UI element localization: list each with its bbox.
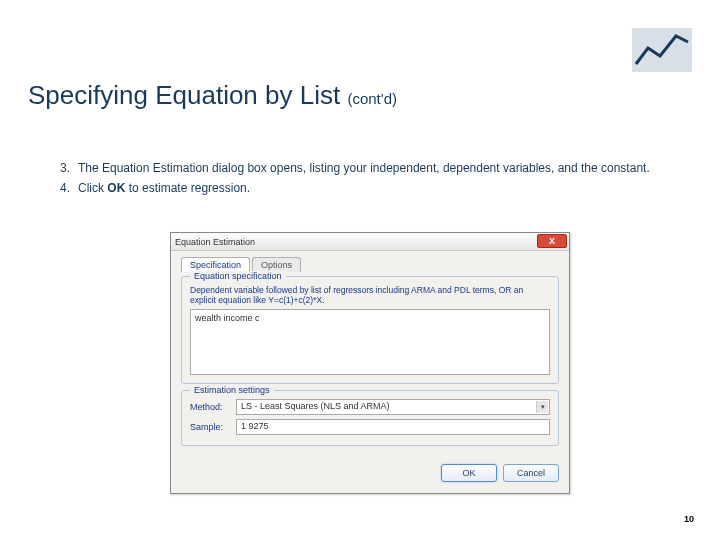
tab-specification[interactable]: Specification (181, 257, 250, 272)
estimation-settings-legend: Estimation settings (190, 385, 274, 395)
page-title: Specifying Equation by List (cont'd) (28, 80, 397, 111)
dialog-button-row: OK Cancel (171, 458, 569, 488)
equation-spec-hint: Dependent variable followed by list of r… (190, 285, 550, 305)
step-text: Click OK to estimate regression. (78, 181, 250, 195)
sample-value: 1 9275 (241, 421, 269, 431)
step-number: 3. (60, 160, 70, 176)
svg-rect-0 (632, 28, 692, 72)
sample-label: Sample: (190, 422, 230, 432)
dialog-body: Specification Options Equation specifica… (171, 251, 569, 458)
ok-button[interactable]: OK (441, 464, 497, 482)
equation-input[interactable] (190, 309, 550, 375)
step-3: 3. The Equation Estimation dialog box op… (60, 160, 680, 176)
step-text: The Equation Estimation dialog box opens… (78, 161, 650, 175)
title-sub: (cont'd) (347, 90, 397, 107)
ok-bold: OK (107, 181, 125, 195)
step-number: 4. (60, 180, 70, 196)
chevron-down-icon: ▾ (536, 401, 548, 413)
method-select[interactable]: LS - Least Squares (NLS and ARMA) ▾ (236, 399, 550, 415)
equation-estimation-dialog: Equation Estimation X Specification Opti… (170, 232, 570, 494)
equation-spec-group: Equation specification Dependent variabl… (181, 276, 559, 384)
method-label: Method: (190, 402, 230, 412)
dialog-tabs: Specification Options (181, 257, 559, 272)
equation-spec-legend: Equation specification (190, 271, 286, 281)
page-number: 10 (684, 514, 694, 524)
dialog-titlebar: Equation Estimation X (171, 233, 569, 251)
title-main: Specifying Equation by List (28, 80, 347, 110)
step-4: 4. Click OK to estimate regression. (60, 180, 680, 196)
dialog-title: Equation Estimation (175, 237, 255, 247)
estimation-settings-group: Estimation settings Method: LS - Least S… (181, 390, 559, 446)
tab-options[interactable]: Options (252, 257, 301, 272)
cancel-button[interactable]: Cancel (503, 464, 559, 482)
method-value: LS - Least Squares (NLS and ARMA) (241, 401, 390, 411)
logo (632, 28, 692, 72)
content: 3. The Equation Estimation dialog box op… (60, 160, 680, 200)
sample-input[interactable]: 1 9275 (236, 419, 550, 435)
close-button[interactable]: X (537, 234, 567, 248)
